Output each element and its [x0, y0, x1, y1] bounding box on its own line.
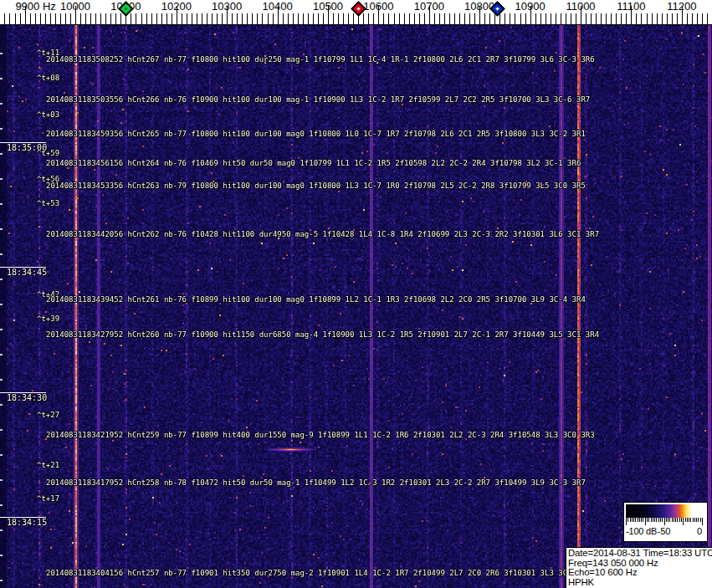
time-minor-tick — [0, 404, 3, 406]
ruler-minor-tick — [9, 13, 10, 24]
spectrogram-viewer: ^t+1120140831183508252 hCnt267 nb-77 f10… — [0, 0, 712, 588]
time-minor-tick — [0, 128, 3, 130]
event-time-tag: ^t+27 — [37, 412, 59, 419]
ruler-minor-tick — [414, 13, 415, 24]
ruler-minor-tick — [80, 13, 81, 24]
colorbar-tick — [633, 518, 634, 522]
ruler-minor-tick — [323, 13, 324, 24]
freq-label: 11100 — [617, 0, 645, 13]
event-detail-line: 20140831183427952 hCnt260 nb-77 f10900 h… — [46, 331, 599, 339]
ruler-minor-tick — [95, 13, 96, 24]
ruler-minor-tick — [20, 13, 21, 24]
ruler-minor-tick — [15, 13, 16, 24]
ruler-minor-tick — [115, 13, 116, 24]
colorbar-tick — [651, 518, 652, 522]
ruler-minor-tick — [4, 13, 5, 24]
ruler-minor-tick — [474, 13, 475, 24]
colorbar-label-mid: -50 — [658, 526, 670, 536]
ruler-minor-tick — [394, 13, 395, 24]
freq-label: 10400 — [263, 0, 293, 13]
ruler-minor-tick — [45, 13, 46, 24]
ruler-minor-tick — [288, 13, 289, 24]
ruler-minor-tick — [55, 13, 56, 24]
ruler-minor-tick — [636, 13, 637, 24]
ruler-minor-tick — [202, 13, 202, 24]
freq-label: 10900 — [515, 0, 546, 13]
ruler-minor-tick — [692, 13, 693, 24]
colorbar-tick — [660, 518, 661, 522]
ruler-minor-tick — [561, 13, 561, 24]
ruler-minor-tick — [65, 13, 66, 24]
ruler-minor-tick — [373, 13, 374, 24]
ruler-minor-tick — [657, 13, 658, 24]
ruler-minor-tick — [161, 13, 162, 24]
ruler-minor-tick — [237, 13, 238, 24]
ruler-minor-tick — [626, 13, 627, 24]
time-minor-tick — [0, 479, 3, 481]
event-detail-line: 20140831183508252 hCnt267 nb-77 f10800 h… — [46, 56, 595, 64]
time-minor-tick — [0, 454, 3, 456]
ruler-minor-tick — [439, 13, 440, 24]
ruler-minor-tick — [166, 13, 167, 24]
time-minor-tick — [0, 203, 3, 205]
ruler-minor-tick — [505, 13, 505, 24]
ruler-minor-tick — [85, 13, 86, 24]
ruler-minor-tick — [551, 13, 551, 24]
colorbar-tick — [683, 518, 684, 525]
freq-label: 10700 — [414, 0, 444, 13]
colorbar-gradient — [626, 504, 702, 518]
ruler-minor-tick — [566, 13, 566, 24]
time-label: 18:34:15 — [7, 518, 47, 528]
freq-label: 10600 — [363, 0, 393, 13]
ruler-minor-tick — [338, 13, 339, 24]
ruler-minor-tick — [647, 13, 648, 24]
time-minor-tick — [0, 228, 3, 230]
time-minor-tick — [0, 103, 3, 105]
ruler-minor-tick — [207, 13, 207, 24]
event-detail-line: 20140831183503556 hCnt266 nb-76 f10900 h… — [46, 96, 590, 104]
event-detail-line: 20140831183439452 hCnt261 nb-76 f10899 h… — [46, 296, 586, 304]
event-time-tag: ^t+53 — [37, 200, 59, 207]
colorbar-tick — [630, 518, 631, 522]
colorbar-tick — [685, 518, 686, 522]
time-minor-tick — [0, 78, 3, 79]
ruler-minor-tick — [105, 13, 106, 24]
ruler-minor-tick — [616, 13, 617, 24]
ruler-minor-tick — [120, 13, 121, 24]
time-minor-tick — [0, 555, 3, 556]
colorbar-tick — [643, 518, 643, 522]
colorbar-tick — [641, 518, 642, 522]
ruler-minor-tick — [252, 13, 253, 24]
frequency-ruler: 9900 Hz100001010010200103001040010500106… — [0, 0, 712, 25]
ruler-minor-tick — [489, 13, 490, 24]
time-minor-tick — [0, 354, 3, 355]
ruler-minor-tick — [131, 13, 131, 24]
colorbar-tick — [694, 518, 695, 522]
db-colorbar: -100 dB -50 0 — [623, 502, 708, 542]
ruler-minor-tick — [353, 13, 354, 24]
time-minor-tick — [0, 178, 3, 180]
time-label: 18:34:30 — [7, 393, 47, 403]
ruler-minor-tick — [662, 13, 663, 24]
ruler-minor-tick — [515, 13, 515, 24]
time-label: 18:34:45 — [7, 268, 47, 278]
ruler-minor-tick — [571, 13, 571, 24]
ruler-minor-tick — [404, 13, 405, 24]
ruler-minor-tick — [499, 13, 500, 24]
ruler-minor-tick — [484, 13, 485, 24]
ruler-minor-tick — [641, 13, 642, 24]
freq-label: 11000 — [566, 0, 595, 13]
ruler-minor-tick — [242, 13, 243, 24]
colorbar-label-min: -100 dB — [626, 526, 657, 536]
time-label: 18:35:00 — [7, 143, 47, 153]
colorbar-tick — [675, 518, 676, 522]
ruler-minor-tick — [667, 13, 668, 24]
ruler-minor-tick — [601, 13, 602, 24]
ruler-minor-tick — [212, 13, 213, 24]
ruler-minor-tick — [409, 13, 410, 24]
event-detail-line: 20140831183453356 hCnt263 nb-79 f10800 h… — [46, 182, 586, 190]
ruler-minor-tick — [303, 13, 304, 24]
red-marker-center-dot — [356, 7, 360, 10]
time-minor-tick — [0, 580, 3, 581]
ruler-minor-tick — [419, 13, 420, 24]
